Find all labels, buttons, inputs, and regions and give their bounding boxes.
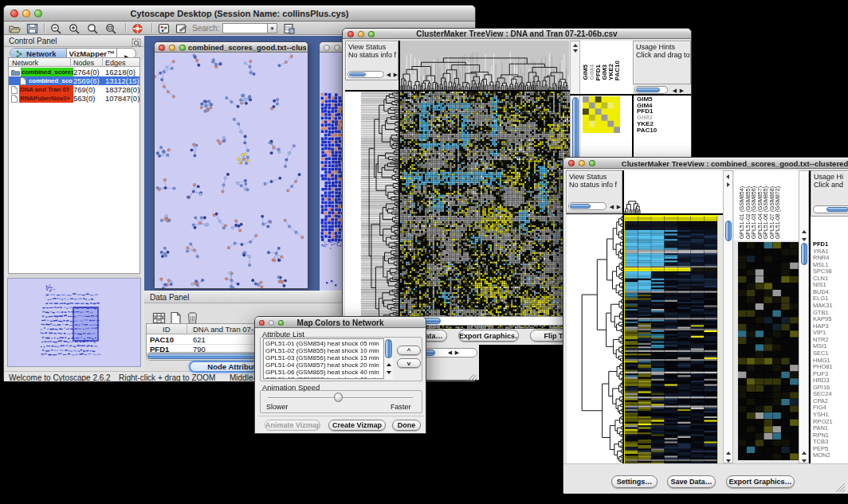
- scroll-down-icon[interactable]: [387, 371, 391, 374]
- save-icon[interactable]: [26, 23, 38, 34]
- scroll-right-icon[interactable]: ▶: [453, 349, 461, 356]
- animate-vizmap-button[interactable]: Animate Vizmap: [265, 420, 320, 431]
- col-header-network[interactable]: Network: [12, 59, 38, 67]
- tv2-resize-grip[interactable]: [834, 482, 845, 492]
- scroll-right-icon[interactable]: ▶: [678, 87, 685, 94]
- faster-label: Faster: [391, 403, 411, 411]
- attribute-list-item[interactable]: GPL51-07 (GSM868) heat shock 60 min: [265, 376, 392, 379]
- tv1-view-status-line1: View Status: [348, 43, 398, 51]
- network-table-row[interactable]: RNAPuberNov2+563(0)107847(0): [9, 94, 139, 103]
- attribute-list-item[interactable]: GPL51-06 (GSM865) heat shock 40 min: [265, 369, 392, 376]
- scroll-left-icon[interactable]: [726, 174, 729, 179]
- map-colors-dialog: Map Colors to Network Attribute List GPL…: [254, 316, 426, 434]
- network-table-row[interactable]: combined_sco2569(6)13112(15): [9, 76, 139, 85]
- network-table-row[interactable]: DNA and Tran 07769(0)183728(0): [9, 85, 139, 94]
- attribute-list-item[interactable]: GPL51-01 (GSM854) heat shock 05 min: [265, 340, 392, 347]
- zoom-button[interactable]: [179, 45, 186, 51]
- scroll-right-icon[interactable]: ▶: [392, 71, 398, 78]
- annotation-icon[interactable]: [175, 23, 187, 34]
- search-dropdown-button[interactable]: ▼: [268, 23, 277, 33]
- attribute-down-button[interactable]: v: [397, 358, 421, 368]
- tv2-zoom-heatmap[interactable]: [738, 242, 799, 460]
- tv2-save-data-button[interactable]: Save Data…: [667, 475, 716, 488]
- tv2-status-hscrollbar[interactable]: [568, 202, 607, 210]
- zoom-selected-icon[interactable]: [105, 23, 117, 34]
- zoom-fit-icon[interactable]: [87, 23, 99, 34]
- scroll-up-icon[interactable]: [387, 363, 391, 366]
- tv1-column-dendrogram[interactable]: [400, 41, 569, 90]
- tv1-export-graphics-button[interactable]: Export Graphics…: [458, 330, 519, 342]
- tv2-usage-hints-line2: Click and: [814, 181, 848, 189]
- scroll-up-icon[interactable]: [802, 230, 807, 233]
- data-col-id[interactable]: ID: [163, 325, 171, 334]
- network-name: combined_scores_: [21, 68, 73, 76]
- tv2-hints-hscrollbar[interactable]: [813, 205, 848, 213]
- minimize-button[interactable]: [334, 45, 340, 51]
- create-vizmap-button[interactable]: Create Vizmap: [328, 420, 386, 431]
- minimize-button[interactable]: [169, 45, 175, 51]
- tv1-row-dendrogram[interactable]: [345, 92, 398, 329]
- scroll-left-icon[interactable]: ◀: [608, 203, 615, 210]
- scroll-right-icon[interactable]: ▶: [615, 203, 622, 210]
- treeview-1-titlebar[interactable]: ClusterMaker TreeView : DNA and Tran 07-…: [343, 29, 691, 39]
- tv1-heatmap[interactable]: [400, 92, 570, 329]
- tv1-status-hscrollbar[interactable]: [347, 71, 384, 78]
- scroll-down-icon[interactable]: [802, 238, 807, 241]
- attribute-list-item[interactable]: GPL51-03 (GSM856) heat shock 15 min: [265, 354, 392, 361]
- zoom-out-icon[interactable]: [50, 23, 62, 34]
- attribute-list-item[interactable]: GPL51-02 (GSM855) heat shock 10 min: [265, 347, 392, 354]
- import-table-icon[interactable]: [283, 23, 295, 34]
- tv2-view-status-panel: View Status No status info f ◀ ▶: [566, 170, 622, 213]
- open-folder-icon[interactable]: [9, 23, 21, 34]
- col-header-nodes[interactable]: Nodes: [73, 59, 94, 67]
- scroll-down-icon[interactable]: [802, 459, 807, 463]
- scroll-down-icon[interactable]: [726, 459, 731, 463]
- network-overview-panel[interactable]: [7, 278, 141, 367]
- tv2-column-dendrogram[interactable]: [623, 171, 722, 213]
- desktop-titlebar[interactable]: Cytoscape Desktop (Session Name: collins…: [4, 6, 475, 21]
- scroll-right-icon[interactable]: [727, 182, 730, 187]
- tv2-settings-button[interactable]: Settings…: [611, 475, 658, 488]
- attribute-list[interactable]: GPL51-01 (GSM854) heat shock 05 minGPL51…: [263, 338, 393, 379]
- tv1-hints-hscrollbar[interactable]: [634, 86, 668, 94]
- done-button[interactable]: Done: [392, 420, 421, 431]
- dialog-titlebar[interactable]: Map Colors to Network: [255, 317, 426, 328]
- tv1-zoom-label: PAC10: [637, 127, 657, 134]
- search-input[interactable]: [222, 23, 268, 33]
- scroll-left-icon[interactable]: ◀: [385, 71, 392, 78]
- scroll-up-icon[interactable]: [726, 451, 731, 455]
- treeview-window-2: ClusterMaker TreeView : combined_scores_…: [563, 157, 848, 493]
- tv1-similarity-matrix[interactable]: [583, 96, 620, 133]
- scroll-left-icon[interactable]: ◀: [446, 349, 453, 356]
- zoom-in-icon[interactable]: [69, 23, 80, 34]
- treeview-2-titlebar[interactable]: ClusterMaker TreeView : combined_scores_…: [563, 158, 848, 169]
- tv2-vscrollbar-zoom[interactable]: [799, 170, 809, 463]
- tv2-export-graphics-button[interactable]: Export Graphics…: [726, 475, 795, 488]
- tv1-usage-hints-line1: Usage Hints: [636, 43, 690, 51]
- close-button[interactable]: [324, 45, 330, 51]
- tv2-view-status-line2: No status info f: [569, 181, 622, 189]
- col-header-edges[interactable]: Edges: [105, 59, 126, 67]
- attribute-list-item[interactable]: GPL51-04 (GSM857) heat shock 20 min: [265, 361, 392, 369]
- network-overview-icon[interactable]: [158, 23, 170, 34]
- attribute-up-button[interactable]: ^: [397, 346, 421, 355]
- scroll-up-icon[interactable]: [573, 44, 578, 47]
- network-nodes: 563(0): [73, 94, 95, 103]
- scroll-up-icon[interactable]: [802, 451, 807, 455]
- attribute-list-vscrollbar[interactable]: [383, 338, 393, 379]
- animation-speed-slider-thumb[interactable]: [334, 393, 343, 402]
- network-window-1-titlebar[interactable]: combined_scores_good.txt--cluste...: [155, 42, 308, 53]
- tv2-column-label: GPL51-01 (GSM854): [739, 186, 744, 239]
- close-button[interactable]: [159, 45, 165, 51]
- tv2-vscrollbar-main[interactable]: [723, 170, 733, 463]
- tv2-column-label: GPL51-03 (GSM856): [751, 186, 756, 239]
- help-ring-icon[interactable]: [132, 23, 143, 34]
- tv1-global-thumbnail[interactable]: [479, 345, 564, 381]
- scroll-left-icon[interactable]: ◀: [671, 87, 678, 94]
- network-table-row[interactable]: combined_scores_2764(0)16218(0): [9, 68, 139, 76]
- network-view-1-canvas[interactable]: [155, 53, 308, 288]
- scroll-down-icon[interactable]: [573, 49, 578, 53]
- tv2-row-dendrogram[interactable]: [567, 215, 622, 463]
- tv2-heatmap[interactable]: [624, 215, 718, 465]
- network-name: combined_sco: [28, 76, 73, 85]
